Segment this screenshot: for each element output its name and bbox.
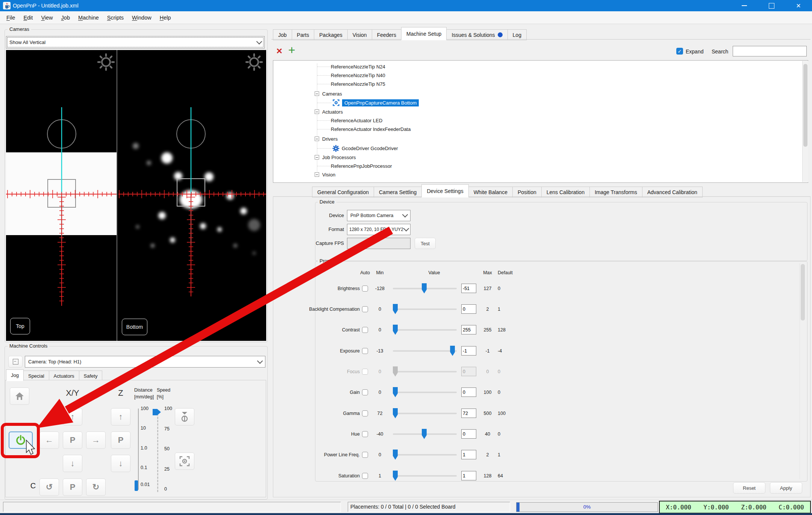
jog-z-down-button[interactable]: ↓ <box>111 455 130 472</box>
tab-job[interactable]: Job <box>273 29 292 40</box>
mc-tab-safety[interactable]: Safety <box>79 371 103 381</box>
property-value-input[interactable] <box>461 429 476 439</box>
split-pane-divider[interactable] <box>268 24 271 500</box>
config-tab-lens-calibration[interactable]: Lens Calibration <box>541 187 590 197</box>
tab-issues-solutions[interactable]: Issues & Solutions <box>446 29 508 40</box>
tree-toggle-drivers[interactable] <box>315 137 319 141</box>
property-slider[interactable] <box>393 350 457 352</box>
property-slider[interactable] <box>393 392 457 393</box>
menu-help[interactable]: Help <box>156 15 175 21</box>
delete-item-button[interactable]: ✕ <box>274 46 284 56</box>
test-button[interactable]: Test <box>415 238 436 249</box>
search-input[interactable] <box>733 46 807 56</box>
park-z-p-button[interactable]: P <box>111 431 130 449</box>
minimize-button[interactable] <box>733 0 756 11</box>
jog-x-plus-button[interactable]: → <box>86 431 106 449</box>
property-slider[interactable] <box>393 308 457 310</box>
tree-item-cameras[interactable]: Cameras <box>322 90 342 98</box>
tree-item-vision[interactable]: Vision <box>322 170 335 179</box>
jog-x-minus-button[interactable]: ← <box>39 431 59 449</box>
config-tab-camera-settling[interactable]: Camera Settling <box>374 187 422 197</box>
auto-checkbox[interactable] <box>362 369 368 375</box>
tree-item-referencenozzletip-n24[interactable]: ReferenceNozzleTip N24 <box>331 62 385 71</box>
add-item-button[interactable]: + <box>286 44 297 56</box>
config-tab-advanced-calibration[interactable]: Advanced Calibration <box>642 187 703 197</box>
property-value-input[interactable] <box>461 387 476 397</box>
auto-checkbox[interactable] <box>362 431 368 437</box>
property-slider-thumb[interactable] <box>393 325 398 335</box>
auto-checkbox[interactable] <box>362 452 368 458</box>
property-value-input[interactable] <box>461 325 476 334</box>
format-select[interactable]: 1280 x 720, 10 FPS, YUY2 <box>347 224 411 235</box>
tree-item-referenceactuator-led[interactable]: ReferenceActuator LED <box>331 116 382 125</box>
property-value-input[interactable] <box>461 367 476 376</box>
property-slider-thumb[interactable] <box>422 283 427 293</box>
config-tab-image-transforms[interactable]: Image Transforms <box>589 187 642 197</box>
auto-checkbox[interactable] <box>362 410 368 416</box>
menu-view[interactable]: View <box>37 15 57 21</box>
property-slider[interactable] <box>393 329 457 331</box>
property-value-input[interactable] <box>461 284 476 293</box>
properties-scrollbar-thumb[interactable] <box>801 264 805 321</box>
menu-machine[interactable]: Machine <box>74 15 103 21</box>
apply-button[interactable]: Apply <box>770 482 802 494</box>
position-camera-button[interactable] <box>175 453 194 470</box>
distance-slider-thumb[interactable] <box>135 480 138 491</box>
home-button[interactable] <box>10 387 29 405</box>
tree-item-openpnpcapturecamera-bottom[interactable]: OpenPnpCaptureCamera Bottom <box>332 99 419 107</box>
maximize-button[interactable] <box>760 0 783 11</box>
tab-packages[interactable]: Packages <box>314 29 347 40</box>
speed-slider[interactable] <box>157 410 158 492</box>
tree-item-referenceactuator-indexfeederdata[interactable]: ReferenceActuator IndexFeederData <box>331 125 411 133</box>
auto-checkbox[interactable] <box>362 389 368 395</box>
tab-vision[interactable]: Vision <box>347 29 372 40</box>
property-value-input[interactable] <box>461 471 476 480</box>
tree-toggle-actuators[interactable] <box>315 109 319 114</box>
mc-tab-special[interactable]: Special <box>23 371 49 381</box>
expand-checkbox[interactable]: ✓ <box>676 48 683 55</box>
device-select[interactable]: PnP Bottom Camera <box>347 210 411 221</box>
property-slider[interactable] <box>393 371 457 372</box>
tree-item-job-processors[interactable]: Job Processors <box>322 153 356 161</box>
property-slider-thumb[interactable] <box>393 366 398 377</box>
park-nozzle-button[interactable] <box>175 408 194 425</box>
config-tab-device-settings[interactable]: Device Settings <box>421 184 468 197</box>
property-slider[interactable] <box>393 288 457 289</box>
tab-feeders[interactable]: Feeders <box>372 29 401 40</box>
distance-slider[interactable] <box>138 409 139 490</box>
power-button[interactable] <box>9 431 33 449</box>
tree-item-actuators[interactable]: Actuators <box>322 108 343 116</box>
tree-toggle-vision[interactable] <box>315 172 319 177</box>
tree-item-referencenozzletip-n75[interactable]: ReferenceNozzleTip N75 <box>331 80 385 88</box>
property-slider-thumb[interactable] <box>393 304 398 314</box>
collapse-controls-button[interactable] <box>8 356 23 368</box>
jog-c-ccw-button[interactable]: ↺ <box>39 479 59 496</box>
head-selector[interactable]: Camera: Top (Head: H1) <box>25 356 265 368</box>
property-slider[interactable] <box>393 454 457 456</box>
tab-log[interactable]: Log <box>508 29 527 40</box>
tree-item-referencenozzletip-n40[interactable]: ReferenceNozzleTip N40 <box>331 71 385 79</box>
tree-item-drivers[interactable]: Drivers <box>322 135 338 143</box>
tab-machine-setup[interactable]: Machine Setup <box>401 27 447 40</box>
property-slider-thumb[interactable] <box>393 387 398 397</box>
tree-scrollbar-thumb[interactable] <box>803 64 807 147</box>
property-slider[interactable] <box>393 433 457 435</box>
auto-checkbox[interactable] <box>362 348 368 354</box>
auto-checkbox[interactable] <box>362 286 368 292</box>
config-tab-white-balance[interactable]: White Balance <box>468 187 513 197</box>
property-slider[interactable] <box>393 413 457 414</box>
park-c-button[interactable]: P <box>63 479 82 496</box>
property-value-input[interactable] <box>461 304 476 314</box>
property-slider-thumb[interactable] <box>422 429 427 439</box>
jog-y-plus-button[interactable]: ↑ <box>63 408 82 425</box>
property-value-input[interactable] <box>461 346 476 355</box>
tree-item-gcodedriver-gcodedriver[interactable]: GcodeDriver GcodeDriver <box>332 144 398 152</box>
property-slider-thumb[interactable] <box>393 471 398 481</box>
config-tab-position[interactable]: Position <box>512 187 542 197</box>
mc-tab-jog[interactable]: Jog <box>6 369 24 381</box>
property-slider-thumb[interactable] <box>393 450 398 460</box>
camera-view-selector[interactable]: Show All Vertical <box>6 36 265 49</box>
jog-c-cw-button[interactable]: ↻ <box>86 479 106 496</box>
config-tab-general-configuration[interactable]: General Configuration <box>312 187 374 197</box>
tree-item-referencepnpjobprocessor[interactable]: ReferencePnpJobProcessor <box>331 162 392 170</box>
